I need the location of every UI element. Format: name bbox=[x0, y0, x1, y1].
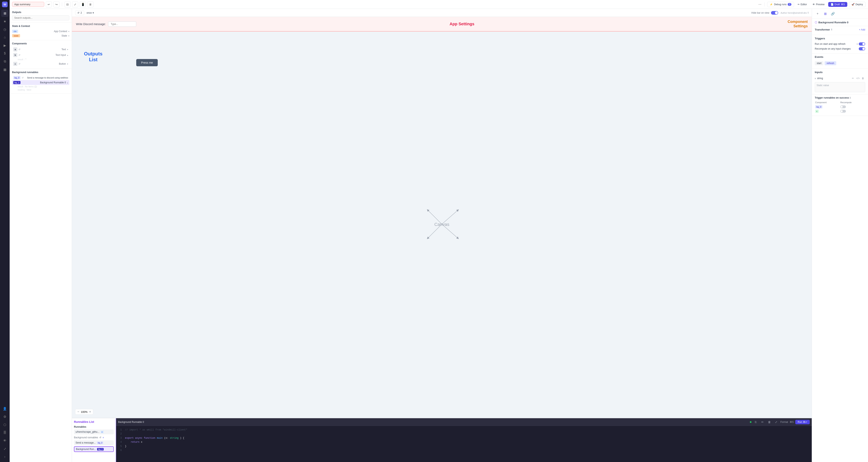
nav-calendar[interactable]: ▦ bbox=[1, 66, 8, 73]
hide-bar-label: Hide bar on view bbox=[751, 11, 769, 14]
zoom-minus-button[interactable]: − bbox=[78, 410, 79, 414]
input-edit-trash-button[interactable]: 🗑 bbox=[861, 76, 865, 80]
editor-delete-button[interactable]: 🗑 bbox=[767, 420, 772, 425]
panel-plus-button[interactable]: + bbox=[815, 11, 820, 16]
component-c-refresh-icon[interactable]: ↺ bbox=[19, 63, 20, 65]
canvas-main: OutputsList Press me bbox=[72, 31, 812, 418]
debug-count: 7 bbox=[787, 3, 791, 6]
component-b-row[interactable]: b ↺ Text Input ▴ bbox=[12, 52, 69, 58]
component-b-refresh-icon[interactable]: ↺ bbox=[19, 54, 20, 57]
refresh-button[interactable]: ↺ 2 bbox=[75, 10, 84, 15]
preview-button[interactable]: 👁 Preview bbox=[810, 2, 827, 7]
bg0-tag[interactable]: bg_0 bbox=[13, 76, 21, 79]
align-button[interactable]: ⊟ bbox=[64, 1, 70, 7]
state-label: State bbox=[21, 34, 67, 37]
refresh-count: 2 bbox=[81, 11, 82, 14]
bg-runnable-badge: ⬡ Background Runnable 0 bbox=[815, 21, 848, 24]
bg0-runnable-item[interactable]: Send a message... bg_0 bbox=[74, 440, 114, 445]
right-panel-icons: + ⊞ 🔗 bbox=[812, 9, 868, 19]
state-chevron-icon[interactable]: ▾ bbox=[68, 35, 69, 37]
editor-button[interactable]: ✏ Editor bbox=[796, 2, 809, 7]
deploy-button[interactable]: 🚀 Deploy bbox=[849, 2, 866, 7]
run-on-start-toggle[interactable] bbox=[859, 42, 865, 45]
bg-runnables-section: Background runnables bg_0 ↺ Send a messa… bbox=[10, 69, 72, 94]
bg1-row[interactable]: bg_1 Background Runnable 0 ▴ bbox=[12, 80, 69, 85]
bg0-row[interactable]: bg_0 ↺ Send a message to discord using w… bbox=[12, 75, 69, 80]
bg1-chevron-icon[interactable]: ▴ bbox=[67, 81, 68, 84]
author-info-icon: ℹ bbox=[808, 11, 808, 14]
component-a-refresh-icon[interactable]: ↺ bbox=[19, 48, 20, 51]
input-edit-code-button[interactable]: </> bbox=[856, 76, 860, 80]
debug-runs-button[interactable]: ⚡ Debug runs 7 bbox=[767, 2, 794, 7]
components-section: Components a ↺ Text ▾ b ↺ Text Input ▴ r… bbox=[10, 40, 72, 69]
draft-button[interactable]: 📄 Draft ⌘S bbox=[828, 2, 847, 7]
bg0-component-tag[interactable]: bg_0 bbox=[815, 105, 823, 108]
component-c-chevron-icon[interactable]: ▾ bbox=[67, 63, 68, 65]
nav-puzzle[interactable]: ⧉ bbox=[1, 58, 8, 65]
outputs-section: Outputs bbox=[10, 9, 72, 23]
search-outputs-input[interactable] bbox=[12, 15, 69, 21]
nav-star[interactable]: ★ bbox=[1, 18, 8, 25]
toolbar-more-button[interactable]: ··· bbox=[757, 2, 762, 6]
nav-dollar[interactable]: $ bbox=[1, 50, 8, 57]
editor-body[interactable]: 1 // import * as wmill from "windmill-cl… bbox=[116, 426, 812, 462]
desktop-button[interactable]: 🖥 bbox=[87, 1, 93, 7]
run-button[interactable]: Run ⌘↵ bbox=[795, 420, 810, 424]
c-component-tag[interactable]: c bbox=[815, 110, 819, 113]
editor-copy-button[interactable]: ⎘ bbox=[753, 420, 758, 425]
nav-database[interactable]: 🗄 bbox=[1, 429, 8, 436]
component-a-chevron-icon[interactable]: ▾ bbox=[67, 48, 68, 51]
redo-button[interactable]: ↪ bbox=[54, 1, 60, 7]
logo[interactable]: W bbox=[2, 2, 8, 7]
ctx-tag[interactable]: ctx bbox=[12, 30, 18, 33]
right-panel: + ⊞ 🔗 ⬡ Background Runnable 0 Transforme… bbox=[812, 9, 868, 462]
nav-user[interactable]: 👤 bbox=[1, 405, 8, 412]
component-b-chevron-icon[interactable]: ▴ bbox=[67, 54, 68, 56]
ctx-chevron-icon[interactable]: ▾ bbox=[68, 30, 69, 33]
nav-chevron-right[interactable]: › bbox=[1, 453, 8, 460]
bg1-tag[interactable]: bg_1 bbox=[13, 81, 21, 84]
hide-bar-toggle[interactable] bbox=[771, 11, 778, 15]
recompute-toggle[interactable] bbox=[859, 47, 865, 51]
recompute-row: Recompute on any input changes bbox=[815, 46, 865, 51]
once-dropdown[interactable]: once ▾ bbox=[87, 11, 94, 14]
nav-home2[interactable]: ⌂ bbox=[1, 34, 8, 41]
input-edit-pencil-button[interactable]: ✏ bbox=[851, 76, 855, 80]
event-start-tag[interactable]: start bbox=[815, 61, 824, 65]
static-value-area[interactable]: Static value bbox=[815, 82, 865, 92]
c-recompute-toggle[interactable] bbox=[840, 110, 846, 113]
zoom-plus-button[interactable]: + bbox=[89, 410, 91, 414]
bg0-name: Send a message to discord using webhoo bbox=[25, 76, 68, 79]
nav-eye[interactable]: 👁 bbox=[1, 437, 8, 444]
expand-button[interactable]: ⤢ bbox=[72, 1, 78, 7]
nav-expand[interactable]: ⤢ bbox=[1, 445, 8, 452]
app-title-input[interactable] bbox=[12, 2, 44, 7]
panel-link-button[interactable]: 🔗 bbox=[830, 11, 836, 16]
press-me-button[interactable]: Press me bbox=[136, 59, 158, 66]
triggers-title: Triggers bbox=[815, 37, 865, 40]
bg1-runnable-item[interactable]: Background Run... bg_1 bbox=[74, 446, 114, 452]
nav-clock[interactable]: ◷ bbox=[1, 26, 8, 33]
zoom-controls: − 100% + bbox=[75, 409, 93, 415]
event-refresh-tag[interactable]: refresh bbox=[825, 61, 836, 65]
nav-home[interactable]: ⊞ bbox=[1, 10, 8, 17]
editor-expand-button[interactable]: ⤢ bbox=[774, 420, 779, 425]
bg0-recompute-toggle[interactable] bbox=[840, 105, 846, 108]
toolbar-sep2 bbox=[765, 2, 765, 6]
transformer-add-button[interactable]: + Add bbox=[859, 28, 865, 31]
mobile-button[interactable]: 📱 bbox=[80, 1, 86, 7]
nav-settings[interactable]: ⚙ bbox=[1, 413, 8, 420]
nav-play[interactable]: ▶ bbox=[1, 42, 8, 49]
component-a-row[interactable]: a ↺ Text ▾ bbox=[12, 46, 69, 52]
component-c-row[interactable]: c ↺ Button ▾ bbox=[12, 61, 69, 67]
undo-button[interactable]: ↩ bbox=[46, 1, 52, 7]
component-col-header: Component bbox=[815, 101, 840, 104]
bg-section-add-button[interactable]: + bbox=[102, 436, 104, 439]
nav-box[interactable]: ⬡ bbox=[1, 421, 8, 428]
panel-component-button[interactable]: ⊞ bbox=[823, 11, 828, 16]
discord-input[interactable] bbox=[108, 22, 136, 27]
editor-edit-button[interactable]: ✏ bbox=[760, 420, 765, 425]
bg0-refresh-icon[interactable]: ↺ bbox=[22, 76, 24, 79]
scrape-runnable-item[interactable]: u/henri/scrape_githu... c bbox=[74, 429, 114, 434]
state-tag[interactable]: state bbox=[12, 34, 20, 37]
